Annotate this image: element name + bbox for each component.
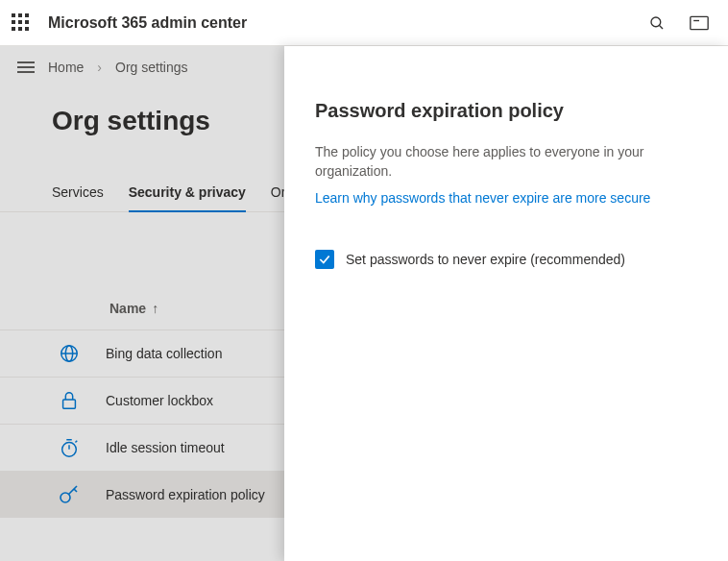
svg-line-14 — [74, 489, 77, 492]
svg-line-11 — [75, 441, 77, 443]
tab-security-privacy[interactable]: Security & privacy — [129, 184, 246, 211]
card-icon[interactable] — [690, 13, 709, 33]
panel-learn-more-link[interactable]: Learn why passwords that never expire ar… — [315, 190, 650, 206]
svg-line-1 — [660, 25, 663, 28]
row-label: Customer lockbox — [106, 393, 213, 408]
checkbox-label: Set passwords to never expire (recommend… — [346, 252, 625, 267]
lock-icon — [58, 389, 81, 412]
breadcrumb-home[interactable]: Home — [48, 60, 84, 75]
key-icon — [58, 483, 81, 506]
panel-title: Password expiration policy — [315, 100, 697, 122]
svg-rect-2 — [691, 16, 708, 29]
svg-point-8 — [62, 443, 77, 457]
row-label: Bing data collection — [106, 346, 222, 361]
search-icon[interactable] — [647, 13, 667, 33]
column-header-label: Name — [109, 301, 146, 316]
svg-line-13 — [69, 486, 78, 495]
chevron-right-icon: › — [97, 60, 102, 75]
breadcrumb-current: Org settings — [115, 60, 187, 75]
stopwatch-icon — [58, 436, 81, 459]
svg-point-4 — [61, 346, 78, 362]
panel-description: The policy you choose here applies to ev… — [315, 143, 697, 181]
menu-icon[interactable] — [17, 61, 35, 73]
side-panel: Password expiration policy The policy yo… — [284, 46, 728, 561]
checkbox-row: Set passwords to never expire (recommend… — [315, 250, 697, 269]
checkmark-icon — [318, 253, 331, 266]
row-label: Password expiration policy — [106, 487, 265, 502]
svg-point-12 — [61, 493, 70, 502]
never-expire-checkbox[interactable] — [315, 250, 334, 269]
main-area: Home › Org settings Org settings Service… — [0, 46, 728, 561]
row-label: Idle session timeout — [106, 440, 225, 455]
top-bar: Microsoft 365 admin center — [0, 0, 728, 46]
svg-point-0 — [651, 17, 661, 27]
top-bar-actions — [647, 13, 709, 33]
app-title: Microsoft 365 admin center — [48, 14, 647, 32]
app-launcher-icon[interactable] — [12, 13, 31, 33]
svg-rect-7 — [63, 400, 76, 408]
globe-icon — [58, 342, 81, 365]
svg-point-5 — [65, 346, 72, 362]
tab-services[interactable]: Services — [52, 184, 104, 211]
sort-arrow-up-icon: ↑ — [152, 301, 158, 316]
